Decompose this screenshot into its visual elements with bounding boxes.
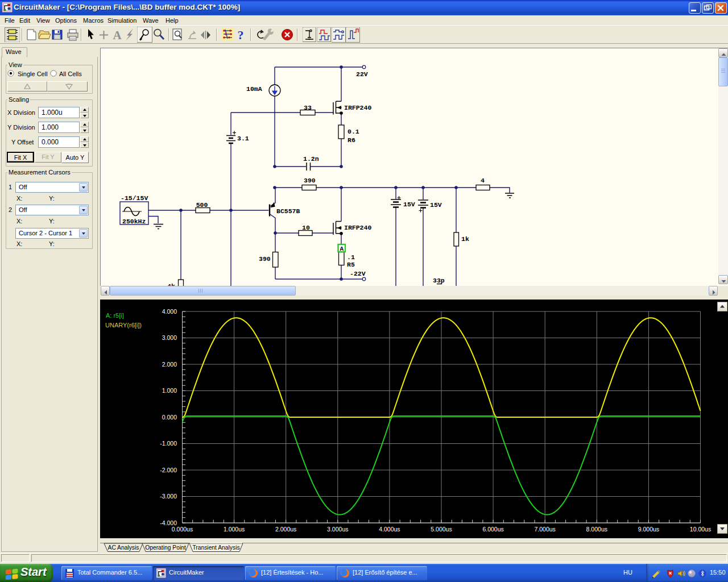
svg-text:6.000us: 6.000us <box>482 526 503 533</box>
svg-text:IRFP240: IRFP240 <box>344 104 371 111</box>
svg-text:2.000: 2.000 <box>162 361 177 368</box>
svg-text:5.000us: 5.000us <box>431 526 452 533</box>
svg-text:9.000us: 9.000us <box>638 526 659 533</box>
svg-text:-1.000: -1.000 <box>160 440 177 447</box>
svg-text:3.000us: 3.000us <box>327 526 348 533</box>
svg-text:3.000: 3.000 <box>162 334 177 341</box>
svg-text:IRFP240: IRFP240 <box>344 224 371 231</box>
svg-text:22V: 22V <box>356 70 368 78</box>
svg-text:A: r5[i]: A: r5[i] <box>106 312 124 319</box>
svg-text:1k: 1k <box>461 235 469 243</box>
svg-text:-3.000: -3.000 <box>160 493 177 500</box>
svg-text:250kHz: 250kHz <box>122 218 146 225</box>
svg-text:R5: R5 <box>347 261 355 268</box>
svg-text:10mA: 10mA <box>246 85 262 93</box>
svg-text:-4.000: -4.000 <box>160 519 177 526</box>
svg-text:1.2n: 1.2n <box>303 155 319 163</box>
svg-text:4.000: 4.000 <box>162 308 177 315</box>
svg-text:33p: 33p <box>433 277 445 284</box>
svg-text:4.000us: 4.000us <box>379 526 400 533</box>
svg-text:BC557B: BC557B <box>276 207 300 215</box>
svg-text:Operating Point: Operating Point <box>145 544 186 551</box>
svg-text:15V: 15V <box>403 201 415 208</box>
svg-text:390: 390 <box>259 255 271 263</box>
svg-text:.1: .1 <box>347 253 355 261</box>
svg-text:0.1: 0.1 <box>348 128 359 135</box>
svg-text:A: A <box>113 28 122 42</box>
svg-text:8.000us: 8.000us <box>586 526 607 533</box>
svg-text:-22V: -22V <box>350 270 366 277</box>
svg-text:-2.000: -2.000 <box>160 467 177 473</box>
svg-text:500: 500 <box>196 201 208 209</box>
svg-text:R6: R6 <box>348 136 355 144</box>
svg-text:2.000us: 2.000us <box>275 526 296 533</box>
svg-text:AC Analysis: AC Analysis <box>108 544 139 551</box>
svg-text:-15/15V: -15/15V <box>121 194 148 202</box>
svg-text:?: ? <box>238 28 244 42</box>
svg-text:Transient Analysis: Transient Analysis <box>192 544 239 551</box>
svg-text:A: A <box>340 246 344 252</box>
svg-text:3.1: 3.1 <box>237 135 249 142</box>
svg-text:7.000us: 7.000us <box>535 526 556 533</box>
svg-text:0.000: 0.000 <box>162 414 177 421</box>
svg-text:15V: 15V <box>430 201 442 209</box>
svg-text:1.000: 1.000 <box>162 387 177 394</box>
svg-text:0.000us: 0.000us <box>172 526 193 533</box>
svg-text:4: 4 <box>481 177 485 184</box>
svg-text:10.00us: 10.00us <box>690 526 711 533</box>
svg-text:UNARY(r6[i]): UNARY(r6[i]) <box>105 322 142 329</box>
svg-text:33: 33 <box>304 104 312 111</box>
svg-text:390: 390 <box>304 177 316 184</box>
svg-text:1.000us: 1.000us <box>224 526 245 533</box>
svg-text:10: 10 <box>302 224 310 231</box>
